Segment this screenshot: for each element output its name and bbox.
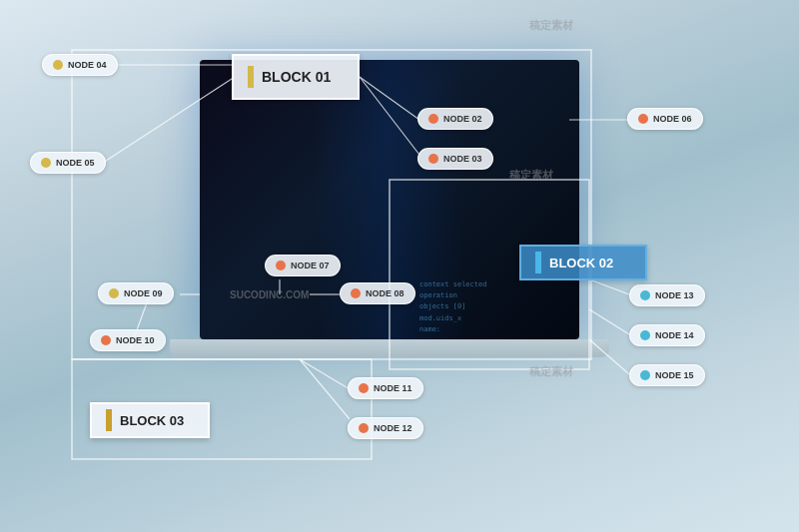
node09-dot [109,288,119,298]
node09: NODE 09 [98,282,174,304]
node03: NODE 03 [417,148,493,170]
node11-dot [359,383,369,393]
node07-label: NODE 07 [291,261,330,270]
node14-label: NODE 14 [655,330,694,340]
node05-dot [41,158,51,168]
node10-label: NODE 10 [116,335,155,345]
block02-text: BLOCK 02 [549,256,613,270]
block01-text: BLOCK 01 [262,69,331,85]
svg-line-11 [300,359,350,389]
node08-dot [351,288,361,298]
node13: NODE 13 [629,284,705,306]
node04-label: NODE 04 [68,60,107,70]
node09-label: NODE 09 [124,288,163,298]
node11-label: NODE 11 [374,383,412,393]
node03-dot [428,154,438,164]
node06-dot [638,114,648,124]
node10: NODE 10 [90,329,166,351]
node04: NODE 04 [42,54,118,76]
node12: NODE 12 [348,417,423,439]
node15-label: NODE 15 [655,370,694,380]
svg-line-15 [589,309,629,334]
node03-label: NODE 03 [443,154,482,164]
node05: NODE 05 [30,152,106,174]
node10-dot [101,335,111,345]
node12-dot [359,423,369,433]
block03-label: BLOCK 03 [90,402,210,438]
block02-bar [535,252,541,273]
block01-bar [248,66,254,88]
svg-line-6 [100,77,235,165]
node15: NODE 15 [629,364,705,386]
block03-text: BLOCK 03 [120,413,184,428]
node06-label: NODE 06 [653,114,692,124]
node11: NODE 11 [348,377,423,399]
svg-line-4 [360,77,419,155]
node12-label: NODE 12 [374,423,412,433]
node14-dot [640,330,650,340]
connector-lines [0,0,799,532]
node02: NODE 02 [417,108,493,130]
node07-dot [276,261,286,270]
node13-dot [640,290,650,300]
node04-dot [53,60,63,70]
node05-label: NODE 05 [56,158,95,168]
node06: NODE 06 [627,108,703,130]
node08: NODE 08 [340,282,415,304]
node02-label: NODE 02 [443,114,482,124]
block01-label: BLOCK 01 [232,54,360,100]
svg-line-16 [589,339,629,374]
block03-bar [106,409,112,431]
node07: NODE 07 [265,255,341,276]
node02-dot [428,114,438,124]
node15-dot [640,370,650,380]
svg-line-3 [360,77,419,120]
node14: NODE 14 [629,324,705,346]
svg-line-14 [589,279,629,294]
svg-line-12 [300,359,350,419]
block02-label: BLOCK 02 [519,245,647,280]
node13-label: NODE 13 [655,290,694,300]
node08-label: NODE 08 [366,288,404,298]
